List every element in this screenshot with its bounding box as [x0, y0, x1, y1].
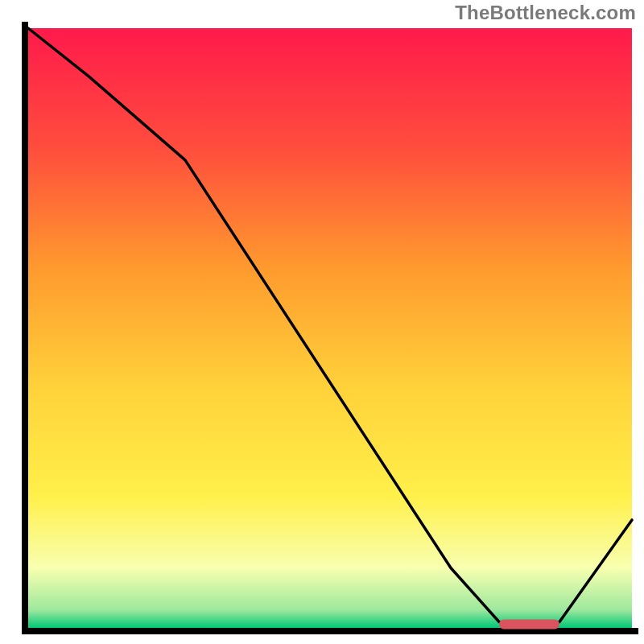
plot-background — [28, 28, 632, 628]
optimal-marker — [499, 620, 559, 630]
watermark-label: TheBottleneck.com — [455, 2, 636, 24]
bottleneck-chart — [0, 0, 644, 644]
chart-frame: TheBottleneck.com — [0, 0, 644, 644]
svg-rect-0 — [22, 22, 28, 634]
